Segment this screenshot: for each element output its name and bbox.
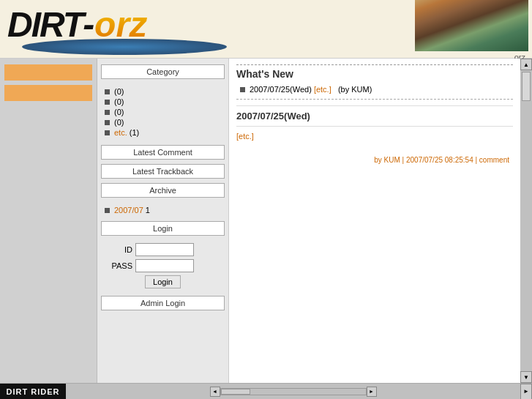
by-info: by KUM | 2007/07/25 08:25:54 | comment [236,156,513,164]
cat-item-1: (0) [114,87,124,96]
pass-row: PASS [105,259,221,272]
pass-input[interactable] [135,259,194,272]
main-container: Category (0) (0) (0) [0,59,532,383]
id-label: ID [105,245,132,254]
cat-etc-count: (1) [130,128,139,137]
list-item: (0) [101,97,225,107]
admin-login-button[interactable]: Admin Login [101,296,225,310]
sidebar-item-1[interactable] [4,64,92,81]
etc-link[interactable]: [etc.] [236,132,254,141]
cat-etc-link[interactable]: etc. [114,128,127,137]
h-scroll-thumb[interactable] [221,389,250,395]
whats-new-by: (by KUM) [338,85,372,94]
cat-list: (0) (0) (0) (0) [101,83,225,141]
login-button-label[interactable]: Login [101,221,225,236]
whats-new-section: What's New 2007/07/25(Wed) [etc.] (by KU… [236,64,513,100]
bottom-bar: DIRT RIDER ◄ ► ► [0,383,532,399]
logo-oval [22,39,227,55]
list-item: (0) [101,86,225,97]
scroll-track [520,70,532,371]
login-submit-row [105,275,221,288]
whats-new-etc-link[interactable]: [etc.] [314,85,331,94]
cat-item-2: (0) [114,97,124,106]
list-item: 2007/07 1 [101,205,225,215]
bullet-icon [105,89,110,94]
archive-link[interactable]: 2007/07 [114,206,143,215]
h-scroll-right-arrow[interactable]: ► [367,387,377,397]
category-button[interactable]: Category [101,64,225,79]
bullet-icon [105,208,110,213]
date-section: 2007/07/25(Wed) [etc.] [236,105,513,141]
whats-new-title: What's New [236,64,513,80]
header-right: orz [415,0,532,61]
date-heading: 2007/07/25(Wed) [236,111,513,122]
bullet-icon [105,120,110,125]
sidebar-item-2[interactable] [4,85,92,101]
logo-dirt: DIRT [7,4,83,45]
whats-new-date: 2007/07/25(Wed) [250,85,312,94]
archive-count: 1 [146,206,150,215]
sidebar [0,59,97,383]
scroll-up-arrow[interactable]: ▲ [520,59,532,70]
category-box: Category (0) (0) (0) [101,64,225,141]
bullet-icon [105,110,110,115]
login-form: ID PASS [101,240,225,296]
bullet-icon [105,130,110,135]
date-content: [etc.] [236,126,513,141]
list-item: etc. (1) [101,127,225,138]
bullet-icon [240,87,245,92]
h-scroll-left-arrow[interactable]: ◄ [210,387,220,397]
scrollbar-right: ▲ ▼ [520,59,532,383]
right-panel: What's New 2007/07/25(Wed) [etc.] (by KU… [229,59,520,383]
left-panel: Category (0) (0) (0) [97,59,229,383]
id-row: ID [105,243,221,256]
logo-dash: - [83,4,94,45]
scroll-down-arrow[interactable]: ▼ [520,371,532,383]
list-item: (0) [101,107,225,117]
content-area: Category (0) (0) (0) [97,59,532,383]
h-scrollbar [220,388,367,395]
cat-item-4: (0) [114,118,124,127]
archive-button[interactable]: Archive [101,183,225,198]
bottom-logo: DIRT RIDER [0,384,66,400]
bottom-scroll: ◄ ► [66,387,520,397]
cat-item-3: (0) [114,108,124,116]
login-submit-button[interactable] [145,275,181,288]
pass-label: PASS [105,261,132,270]
latest-trackback-button[interactable]: Latest Trackback [101,164,225,179]
bottom-right-scroll-arrow[interactable]: ► [520,384,532,400]
bottom-logo-text: DIRT RIDER [7,387,60,396]
bullet-icon [105,100,110,105]
bottom-rider: RIDER [31,387,59,396]
archive-section: Archive 2007/07 1 [101,183,225,218]
id-input[interactable] [135,243,194,256]
whats-new-list: 2007/07/25(Wed) [etc.] (by KUM) [236,84,513,94]
header: DIRT - orz orz [0,0,532,59]
latest-comment-button[interactable]: Latest Comment [101,145,225,160]
bottom-dirt: DIRT [7,387,29,396]
scroll-thumb[interactable] [522,72,531,101]
logo-wrapper: DIRT - orz [0,1,249,58]
archive-list: 2007/07 1 [101,202,225,218]
list-item: 2007/07/25(Wed) [etc.] (by KUM) [236,84,513,94]
login-section: Login ID PASS Admin Login [101,221,225,310]
header-image [415,0,528,51]
list-item: (0) [101,117,225,127]
